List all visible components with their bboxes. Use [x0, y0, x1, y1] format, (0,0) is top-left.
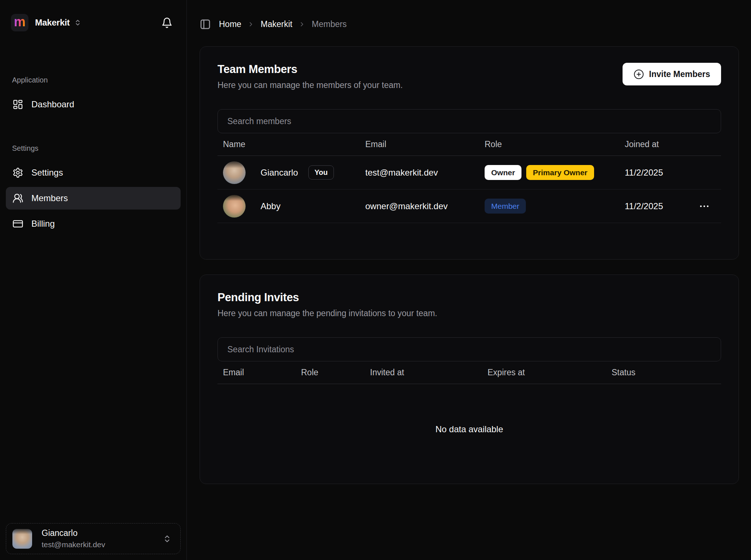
chevron-right-icon	[247, 21, 254, 28]
notifications-button[interactable]	[161, 17, 173, 28]
column-role: Role	[296, 368, 365, 377]
ellipsis-icon	[698, 200, 710, 212]
chevron-right-icon	[299, 21, 305, 28]
row-actions-button[interactable]	[698, 200, 710, 212]
empty-state-text: No data available	[435, 424, 503, 434]
team-members-subtitle: Here you can manage the members of your …	[217, 80, 403, 90]
sidebar-item-label: Dashboard	[31, 99, 74, 110]
user-meta: Giancarlo test@makerkit.dev	[42, 528, 105, 549]
table-row: Giancarlo You test@makerkit.dev Owner Pr…	[217, 156, 721, 189]
brand-name: Makerkit	[35, 18, 70, 28]
pending-invites-title: Pending Invites	[217, 291, 437, 304]
makerkit-logo: m	[11, 14, 28, 31]
sidebar: m Makerkit Application Dashboard	[0, 0, 187, 560]
user-menu[interactable]: Giancarlo test@makerkit.dev	[6, 523, 181, 554]
user-avatar	[12, 529, 32, 549]
you-badge: You	[308, 165, 334, 180]
member-email: owner@makerkit.dev	[360, 201, 479, 211]
sidebar-item-members[interactable]: Members	[6, 187, 181, 210]
table-row: Abby owner@makerkit.dev Member 11/2/2025	[217, 189, 721, 223]
breadcrumb-home[interactable]: Home	[219, 19, 241, 29]
sidebar-toggle-button[interactable]	[200, 19, 211, 30]
breadcrumb-members: Members	[312, 19, 347, 29]
users-icon	[12, 193, 23, 204]
empty-state: No data available	[217, 384, 721, 475]
sidebar-item-label: Billing	[31, 219, 55, 229]
column-name: Name	[217, 139, 360, 149]
column-joined-at: Joined at	[619, 139, 721, 149]
gear-icon	[12, 167, 23, 178]
chevrons-up-down-icon	[163, 534, 172, 543]
sidebar-nav: Application Dashboard Settings Settings …	[0, 76, 186, 238]
sidebar-item-dashboard[interactable]: Dashboard	[6, 93, 181, 116]
team-members-heading: Team Members Here you can manage the mem…	[217, 63, 403, 90]
search-members-input[interactable]	[217, 109, 721, 133]
logo-letter: m	[14, 15, 26, 28]
plus-circle-icon	[633, 69, 644, 80]
main-content: Home Makerkit Members Team Members Here …	[187, 0, 751, 560]
sidebar-item-billing[interactable]: Billing	[6, 212, 181, 235]
workspace-selector[interactable]: m Makerkit	[11, 14, 81, 31]
breadcrumb-makerkit[interactable]: Makerkit	[261, 19, 292, 29]
role-badge-member: Member	[485, 199, 526, 214]
member-joined-cell: 11/2/2025	[619, 200, 721, 212]
breadcrumb: Home Makerkit Members	[219, 19, 347, 29]
avatar	[223, 195, 246, 218]
column-status: Status	[606, 368, 721, 377]
team-members-title: Team Members	[217, 63, 403, 76]
column-expires-at: Expires at	[482, 368, 606, 377]
sidebar-item-settings[interactable]: Settings	[6, 161, 181, 184]
pending-invites-header: Pending Invites Here you can manage the …	[217, 291, 721, 318]
credit-card-icon	[12, 218, 23, 229]
member-email: test@makerkit.dev	[360, 168, 479, 178]
avatar	[223, 161, 246, 184]
invites-table-header: Email Role Invited at Expires at Status	[217, 361, 721, 384]
column-email: Email	[217, 368, 296, 377]
sidebar-header: m Makerkit	[0, 0, 186, 31]
user-email: test@makerkit.dev	[42, 540, 105, 549]
member-name: Giancarlo	[261, 168, 298, 178]
breadcrumb-bar: Home Makerkit Members	[200, 17, 739, 31]
sidebar-footer: Giancarlo test@makerkit.dev	[0, 517, 186, 560]
member-name-cell: Abby	[217, 195, 360, 218]
dashboard-icon	[12, 99, 23, 110]
pending-invites-subtitle: Here you can manage the pending invitati…	[217, 308, 437, 318]
members-table-header: Name Email Role Joined at	[217, 133, 721, 156]
joined-date: 11/2/2025	[625, 168, 663, 178]
member-joined-cell: 11/2/2025	[619, 168, 721, 178]
invite-members-button[interactable]: Invite Members	[623, 63, 721, 85]
nav-section-application: Application	[6, 76, 181, 84]
member-role-cell: Member	[479, 199, 619, 214]
team-members-header: Team Members Here you can manage the mem…	[217, 63, 721, 90]
nav-section-settings: Settings	[6, 144, 181, 153]
search-invitations-input[interactable]	[217, 337, 721, 361]
chevrons-up-down-icon	[74, 19, 81, 26]
panel-left-icon	[200, 19, 211, 30]
member-name: Abby	[261, 201, 281, 211]
column-email: Email	[360, 139, 479, 149]
role-badge-primary-owner: Primary Owner	[526, 165, 594, 180]
team-members-card: Team Members Here you can manage the mem…	[200, 46, 739, 260]
column-role: Role	[479, 139, 619, 149]
sidebar-item-label: Settings	[31, 168, 63, 178]
member-role-cell: Owner Primary Owner	[479, 165, 619, 180]
role-badge-owner: Owner	[485, 165, 521, 180]
app-root: m Makerkit Application Dashboard	[0, 0, 751, 560]
bell-icon	[161, 17, 173, 28]
sidebar-item-label: Members	[31, 193, 68, 203]
pending-invites-card: Pending Invites Here you can manage the …	[200, 275, 739, 484]
invite-members-label: Invite Members	[649, 69, 710, 79]
user-name: Giancarlo	[42, 528, 105, 538]
column-invited-at: Invited at	[365, 368, 482, 377]
member-name-cell: Giancarlo You	[217, 161, 360, 184]
pending-invites-heading: Pending Invites Here you can manage the …	[217, 291, 437, 318]
joined-date: 11/2/2025	[625, 201, 663, 211]
